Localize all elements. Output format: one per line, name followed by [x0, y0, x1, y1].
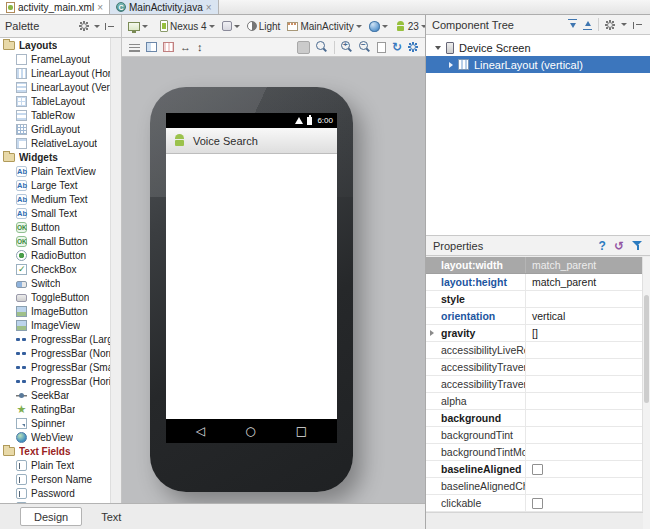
palette-item-webview[interactable]: WebView [0, 430, 110, 444]
tree-node-linearlayout-vertical[interactable]: LinearLayout (vertical) [426, 56, 650, 73]
property-value-cell[interactable] [526, 393, 643, 409]
zoom-actual-icon[interactable] [316, 41, 328, 53]
palette-item-tablerow[interactable]: TableRow [0, 108, 110, 122]
settings-gear-icon[interactable] [408, 42, 418, 52]
dock-panel-icon[interactable] [105, 21, 116, 31]
layout-content-area[interactable] [166, 154, 337, 419]
property-value-cell[interactable]: match_parent [526, 274, 643, 290]
gear-icon[interactable] [79, 21, 89, 31]
palette-item-gridlayout[interactable]: GridLayout [0, 122, 110, 136]
collapse-node-icon[interactable] [435, 46, 441, 50]
tab-mainactivity-java[interactable]: MainActivity.java [110, 0, 219, 14]
property-value-cell[interactable]: [] [526, 325, 643, 341]
hide-panel-icon[interactable] [633, 20, 644, 30]
split-view-icon[interactable] [146, 42, 157, 52]
device-screen[interactable]: 6:00 Voice Search ◁ ○ □ [166, 113, 337, 443]
palette-item-radiobutton[interactable]: RadioButton [0, 248, 110, 262]
property-value-cell[interactable]: vertical [526, 308, 643, 324]
property-row-backgroundtintmode[interactable]: backgroundTintMode [426, 444, 643, 461]
property-value-cell[interactable] [526, 427, 643, 443]
api-version-button[interactable]: 23 [393, 20, 429, 33]
property-value-cell[interactable] [526, 291, 643, 307]
checkbox[interactable] [532, 464, 543, 475]
property-value-cell[interactable] [526, 359, 643, 375]
palette-item-small-button[interactable]: OKSmall Button [0, 234, 110, 248]
palette-item-progressbar-normal[interactable]: ProgressBar (Normal) [0, 346, 110, 360]
palette-item-imagebutton[interactable]: ImageButton [0, 304, 110, 318]
property-value-cell[interactable] [526, 495, 643, 511]
palette-item-checkbox[interactable]: CheckBox [0, 262, 110, 276]
property-row-accessibilitytraversalafte[interactable]: accessibilityTraversalAfte [426, 359, 643, 376]
property-value-cell[interactable] [526, 410, 643, 426]
palette-item-progressbar-large[interactable]: ProgressBar (Large) [0, 332, 110, 346]
refresh-layout-icon[interactable] [377, 42, 386, 53]
palette-item-password[interactable]: Password [0, 486, 110, 500]
tab-design[interactable]: Design [20, 507, 82, 526]
expand-vertical-icon[interactable]: ↕ [197, 41, 203, 53]
palette-item-large-text[interactable]: AbLarge Text [0, 178, 110, 192]
property-row-clickable[interactable]: clickable [426, 495, 643, 512]
close-icon[interactable] [206, 2, 212, 13]
palette-item-seekbar[interactable]: SeekBar [0, 388, 110, 402]
palette-item-switch[interactable]: Switch [0, 276, 110, 290]
palette-section-layouts[interactable]: Layouts [0, 38, 110, 52]
palette-section-widgets[interactable]: Widgets [0, 150, 110, 164]
palette-item-imageview[interactable]: ImageView [0, 318, 110, 332]
property-row-layout-width[interactable]: layout:widthmatch_parent [426, 257, 643, 274]
palette-item-spinner[interactable]: Spinner [0, 416, 110, 430]
collapse-all-icon[interactable] [583, 19, 592, 30]
property-row-accessibilityliveregion[interactable]: accessibilityLiveRegion [426, 342, 643, 359]
property-row-layout-height[interactable]: layout:heightmatch_parent [426, 274, 643, 291]
chevron-down-icon[interactable] [621, 23, 627, 26]
device-chooser-button[interactable] [126, 21, 150, 32]
zoom-fit-button[interactable] [297, 41, 310, 54]
palette-item-tablelayout[interactable]: TableLayout [0, 94, 110, 108]
property-row-alpha[interactable]: alpha [426, 393, 643, 410]
gear-icon[interactable] [605, 20, 615, 30]
property-value-cell[interactable] [526, 461, 643, 477]
property-row-accessibilitytraversalbefo[interactable]: accessibilityTraversalBefo [426, 376, 643, 393]
virtual-device-button[interactable]: Nexus 4 [158, 19, 217, 33]
pixel-grid-icon[interactable] [163, 42, 174, 52]
activity-button[interactable]: MainActivity [285, 20, 363, 33]
property-row-backgroundtint[interactable]: backgroundTint [426, 427, 643, 444]
close-icon[interactable] [97, 2, 103, 13]
checkbox[interactable] [532, 498, 543, 509]
property-value-cell[interactable] [526, 376, 643, 392]
property-row-baselinealigned[interactable]: baselineAligned [426, 461, 643, 478]
zoom-out-icon[interactable]: − [359, 41, 371, 53]
zoom-in-icon[interactable]: + [341, 41, 353, 53]
theme-button[interactable]: Light [245, 20, 283, 33]
property-row-gravity[interactable]: gravity[] [426, 325, 643, 342]
show-options-icon[interactable] [129, 43, 140, 52]
chevron-down-icon[interactable] [94, 25, 100, 28]
reset-icon[interactable] [614, 239, 624, 253]
property-row-orientation[interactable]: orientationvertical [426, 308, 643, 325]
palette-item-person-name[interactable]: Person Name [0, 472, 110, 486]
palette-scrollbar[interactable] [110, 38, 122, 503]
property-value-cell[interactable]: match_parent [526, 257, 643, 273]
tree-node-device-screen[interactable]: Device Screen [426, 39, 650, 56]
design-surface[interactable]: 6:00 Voice Search ◁ ○ □ [122, 57, 425, 503]
palette-item-togglebutton[interactable]: ToggleButton [0, 290, 110, 304]
palette-item-small-text[interactable]: AbSmall Text [0, 206, 110, 220]
property-row-baselinealignedchildind[interactable]: baselineAlignedChildInd [426, 478, 643, 495]
palette-item-ratingbar[interactable]: RatingBar [0, 402, 110, 416]
properties-scrollbar[interactable] [642, 257, 650, 529]
palette-section-text-fields[interactable]: Text Fields [0, 444, 110, 458]
property-row-style[interactable]: style [426, 291, 643, 308]
palette-item-framelayout[interactable]: FrameLayout [0, 52, 110, 66]
property-value-cell[interactable] [526, 342, 643, 358]
palette-item-linearlayout-vertical[interactable]: LinearLayout (Vertical) [0, 80, 110, 94]
palette-item-plain-textview[interactable]: AbPlain TextView [0, 164, 110, 178]
help-icon[interactable] [599, 239, 606, 253]
tab-text[interactable]: Text [88, 507, 134, 526]
palette-item-relativelayout[interactable]: RelativeLayout [0, 136, 110, 150]
property-row-background[interactable]: background [426, 410, 643, 427]
palette-item-progressbar-small[interactable]: ProgressBar (Small) [0, 360, 110, 374]
filter-icon[interactable] [632, 240, 643, 251]
palette-item-progressbar-horizontal[interactable]: ProgressBar (Horizontal) [0, 374, 110, 388]
orientation-button[interactable] [220, 20, 242, 32]
palette-item-plain-text[interactable]: Plain Text [0, 458, 110, 472]
palette-item-medium-text[interactable]: AbMedium Text [0, 192, 110, 206]
